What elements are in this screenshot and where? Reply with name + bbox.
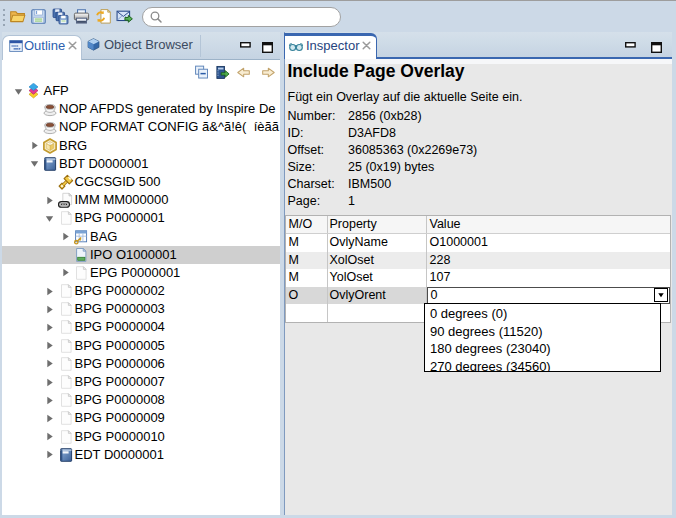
cell-value: 107 <box>426 269 670 287</box>
tree-item-bdt-4[interactable]: BDT D0000001 <box>2 155 280 173</box>
tree-expanded-arrow[interactable] <box>30 159 39 168</box>
close-icon[interactable] <box>362 41 371 50</box>
tree-collapsed-arrow[interactable] <box>61 232 70 241</box>
property-row-YolOset[interactable]: MYolOset107 <box>286 269 670 287</box>
tree-item-cgcsgid-5[interactable]: CGCSGID 500 <box>2 173 280 191</box>
tree-item-afp-0[interactable]: AFP <box>2 82 280 100</box>
tab-object-browser[interactable]: Object Browser <box>86 35 201 57</box>
property-row-OvlyName[interactable]: MOvlyNameO1000001 <box>286 234 670 252</box>
nop-icon <box>42 119 58 135</box>
tree-item-label: BPG P0000008 <box>75 391 165 409</box>
tree-expanded-arrow[interactable] <box>45 214 54 223</box>
tree-expanded-arrow[interactable] <box>14 87 23 96</box>
tree-item-bpg-16[interactable]: BPG P0000007 <box>2 373 280 391</box>
tree-item-label: BPG P0000006 <box>75 355 165 373</box>
tree-item-bpg-15[interactable]: BPG P0000006 <box>2 355 280 373</box>
outline-view-icon <box>9 39 23 53</box>
tree-collapsed-arrow[interactable] <box>45 341 54 350</box>
cell-mo: M <box>286 234 327 252</box>
tree-collapsed-arrow[interactable] <box>30 141 39 150</box>
table-header-row: M/OPropertyValue <box>286 216 670 234</box>
tree-collapsed-arrow[interactable] <box>45 378 54 387</box>
toolbar-grip[interactable] <box>3 9 5 28</box>
tree-collapsed-arrow[interactable] <box>45 196 54 205</box>
combo-down-icon <box>657 291 665 299</box>
tree-item-edt-20[interactable]: EDT D0000001 <box>2 446 280 464</box>
tree-item-epg-10[interactable]: EPG P0000001 <box>2 264 280 282</box>
bpg-icon <box>58 301 74 317</box>
tree-collapsed-arrow[interactable] <box>45 359 54 368</box>
bpg-icon <box>58 338 74 354</box>
tree-item-imm-6[interactable]: IMM MM000000 <box>2 191 280 209</box>
inspector-field: Charset:IBM500 <box>288 176 669 193</box>
search-box[interactable] <box>142 7 341 27</box>
tree-item-bpg-19[interactable]: BPG P0000010 <box>2 428 280 446</box>
tree-item-label: NOP FORMAT CONFIG ã&^ã!ê( íèãã <box>59 118 279 136</box>
combobox-dropdown-button[interactable] <box>654 288 668 302</box>
inspector-description: Fügt ein Overlay auf die aktuelle Seite … <box>288 90 523 104</box>
tree-item-bpg-11[interactable]: BPG P0000002 <box>2 282 280 300</box>
dropdown-option[interactable]: 270 degrees (34560) <box>425 358 660 373</box>
tree-collapsed-arrow[interactable] <box>45 450 54 459</box>
print-button[interactable] <box>73 8 90 25</box>
tree-item-label: IPO O1000001 <box>90 246 177 264</box>
tree-collapsed-arrow[interactable] <box>45 432 54 441</box>
minimize-icon[interactable] <box>240 42 251 48</box>
tree-item-nop-2[interactable]: NOP FORMAT CONFIG ã&^ã!ê( íèãã <box>2 118 280 136</box>
maximize-icon[interactable] <box>262 42 273 53</box>
refresh-button[interactable] <box>95 8 112 25</box>
search-input[interactable] <box>167 8 332 24</box>
bpg-icon <box>58 319 74 335</box>
tree-item-label: BPG P0000002 <box>75 282 165 300</box>
maximize-icon[interactable] <box>651 42 662 53</box>
tree-collapsed-arrow[interactable] <box>45 287 54 296</box>
nop-icon <box>42 101 58 117</box>
tree-item-bpg-14[interactable]: BPG P0000005 <box>2 337 280 355</box>
dropdown-option[interactable]: 90 degrees (11520) <box>425 323 660 341</box>
save-all-button[interactable] <box>52 8 69 25</box>
tree-item-brg-3[interactable]: BRG <box>2 137 280 155</box>
column-header[interactable]: Value <box>426 216 670 233</box>
property-row-XolOset[interactable]: MXolOset228 <box>286 252 670 270</box>
property-row-OvlyOrent[interactable]: OOvlyOrent0 <box>286 287 670 305</box>
tab-object-browser-label: Object Browser <box>104 37 193 52</box>
tree-collapsed-arrow[interactable] <box>45 305 54 314</box>
close-icon[interactable] <box>68 41 77 50</box>
inspector-field: ID:D3AFD8 <box>288 125 669 142</box>
column-header[interactable]: M/O <box>286 216 327 233</box>
value-combobox[interactable]: 0 <box>427 287 670 305</box>
cell-value: O1000001 <box>426 234 670 252</box>
tree-item-bpg-17[interactable]: BPG P0000008 <box>2 391 280 409</box>
tree-collapsed-arrow[interactable] <box>45 323 54 332</box>
tree-item-ipo-9[interactable]: IPO O1000001 <box>2 246 280 264</box>
back-button[interactable] <box>236 65 251 80</box>
link-with-editor-button[interactable] <box>215 65 230 80</box>
tree-item-bpg-7[interactable]: BPG P0000001 <box>2 209 280 227</box>
minimize-icon[interactable] <box>625 42 636 48</box>
dropdown-option[interactable]: 180 degrees (23040) <box>425 340 660 358</box>
tab-outline-label: Outline <box>24 38 65 53</box>
forward-button[interactable] <box>261 65 276 80</box>
dropdown-option[interactable]: 0 degrees (0) <box>425 305 660 323</box>
tree-item-label: BPG P0000003 <box>75 300 165 318</box>
export-button[interactable] <box>116 8 133 25</box>
tree-collapsed-arrow[interactable] <box>45 414 54 423</box>
cell-property <box>327 304 426 322</box>
tree-item-label: BPG P0000009 <box>75 409 165 427</box>
tree-collapsed-arrow[interactable] <box>45 396 54 405</box>
save-button[interactable] <box>30 8 47 25</box>
epg-icon <box>73 265 89 281</box>
tree-item-bpg-18[interactable]: BPG P0000009 <box>2 409 280 427</box>
tree-item-bag-8[interactable]: BAG <box>2 228 280 246</box>
tree-item-label: BAG <box>90 228 117 246</box>
column-header[interactable]: Property <box>327 216 426 233</box>
tab-inspector[interactable]: Inspector <box>284 33 377 59</box>
open-button[interactable] <box>9 8 26 25</box>
tree-item-bpg-13[interactable]: BPG P0000004 <box>2 318 280 336</box>
tab-outline[interactable]: Outline <box>2 35 82 60</box>
collapse-all-button[interactable] <box>194 65 209 80</box>
tree-item-bpg-12[interactable]: BPG P0000003 <box>2 300 280 318</box>
tree-collapsed-arrow[interactable] <box>61 268 70 277</box>
cell-mo <box>286 304 327 322</box>
tree-item-nop-1[interactable]: NOP AFPDS generated by Inspire De <box>2 100 280 118</box>
